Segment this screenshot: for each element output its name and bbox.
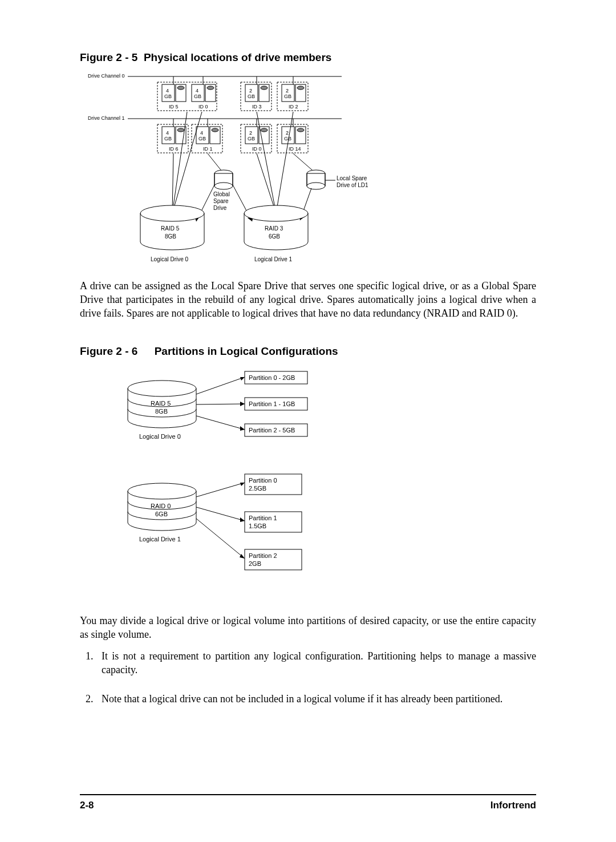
svg-text:GB: GB	[194, 94, 201, 99]
figure-2-5-image: Drive Channel 0 4GBID 5 4GBID 0 2GBID 3 …	[88, 72, 536, 273]
svg-point-41	[177, 128, 184, 132]
svg-text:1.5GB: 1.5GB	[249, 523, 266, 529]
svg-point-77	[214, 183, 233, 189]
svg-text:8GB: 8GB	[165, 233, 176, 240]
svg-line-119	[196, 377, 245, 394]
paragraph-2: You may divide a logical drive or logica…	[80, 614, 536, 642]
svg-point-20	[261, 86, 268, 90]
svg-text:GB: GB	[198, 136, 206, 141]
svg-text:ID 6: ID 6	[169, 146, 179, 152]
svg-text:2: 2	[286, 88, 289, 94]
svg-text:Partition 0 - 2GB: Partition 0 - 2GB	[249, 374, 295, 381]
logical-drive-0-cylinder: RAID 5 8GB Logical Drive 0	[140, 205, 204, 262]
svg-text:ID 0: ID 0	[252, 146, 262, 152]
svg-text:GB: GB	[248, 94, 255, 99]
svg-point-107	[128, 380, 196, 396]
svg-point-101	[244, 205, 308, 221]
svg-point-53	[261, 128, 268, 132]
svg-point-95	[140, 205, 204, 221]
svg-text:6GB: 6GB	[155, 511, 168, 517]
logical-drive-1: RAID 0 6GB Logical Drive 1	[128, 483, 196, 543]
global-spare-cylinder: Global Spare Drive	[213, 170, 233, 211]
svg-text:RAID 0: RAID 0	[151, 503, 171, 509]
svg-point-59	[297, 128, 304, 132]
svg-text:6GB: 6GB	[269, 233, 280, 240]
svg-text:Logical Drive 1: Logical Drive 1	[139, 536, 181, 543]
svg-text:ID 0: ID 0	[198, 104, 208, 110]
ordered-list: It is not a requirement to partition any…	[96, 650, 536, 706]
svg-text:Local Spare: Local Spare	[337, 175, 367, 181]
svg-text:Partition 2 - 5GB: Partition 2 - 5GB	[249, 427, 295, 434]
svg-marker-141	[240, 483, 245, 486]
channel-1-label: Drive Channel 1	[88, 115, 125, 121]
svg-text:ID 2: ID 2	[289, 104, 298, 110]
svg-point-14	[207, 86, 214, 90]
list-item: It is not a requirement to partition any…	[96, 650, 536, 677]
svg-text:RAID 5: RAID 5	[161, 225, 180, 232]
svg-text:2.5GB: 2.5GB	[249, 485, 266, 492]
svg-text:8GB: 8GB	[155, 408, 168, 415]
svg-text:RAID 5: RAID 5	[151, 400, 171, 407]
svg-text:GB: GB	[164, 94, 172, 99]
svg-text:Logical Drive 0: Logical Drive 0	[151, 256, 189, 262]
svg-text:GB: GB	[284, 136, 291, 141]
svg-text:Drive of LD1: Drive of LD1	[337, 182, 368, 188]
svg-text:2: 2	[286, 130, 289, 136]
svg-marker-143	[240, 517, 245, 522]
svg-text:4: 4	[196, 88, 198, 94]
figure-2-6-prefix: Figure 2 - 6	[80, 345, 137, 357]
svg-text:Global: Global	[213, 191, 230, 197]
svg-line-142	[196, 507, 245, 521]
figure-2-5-caption: Figure 2 - 5 Physical locations of drive…	[80, 51, 536, 64]
svg-line-123	[196, 416, 245, 430]
svg-point-125	[128, 483, 196, 499]
svg-text:Spare: Spare	[213, 198, 229, 204]
drives-channel-0: 4GBID 5 4GBID 0 2GBID 3 2GBID 2	[157, 76, 308, 111]
svg-text:Logical Drive 0: Logical Drive 0	[139, 433, 181, 440]
svg-line-67	[172, 153, 173, 213]
paragraph-1: A drive can be assigned as the Local Spa…	[80, 280, 536, 320]
figure-2-5-title: Physical locations of drive members	[144, 51, 331, 63]
list-item: Note that a logical drive can not be inc…	[96, 693, 536, 706]
svg-text:2: 2	[249, 88, 252, 94]
svg-text:Partition 0: Partition 0	[249, 477, 277, 484]
svg-point-89	[307, 183, 325, 189]
svg-text:RAID 3: RAID 3	[265, 225, 283, 232]
svg-text:GB: GB	[248, 136, 255, 141]
svg-line-144	[196, 519, 245, 558]
svg-marker-120	[240, 377, 245, 380]
logical-drive-0: RAID 5 8GB Logical Drive 0	[128, 380, 196, 440]
svg-text:ID 1: ID 1	[203, 146, 213, 152]
channel-0-label: Drive Channel 0	[88, 73, 125, 79]
svg-text:4: 4	[200, 130, 203, 136]
figure-2-5-prefix: Figure 2 - 5	[80, 51, 137, 63]
drives-channel-1: 4GBID 6 4GBID 1 2GBID 0 2GBID 14	[157, 119, 308, 153]
svg-point-47	[212, 128, 218, 132]
svg-text:ID 14: ID 14	[289, 146, 301, 152]
svg-text:Partition 1: Partition 1	[249, 515, 277, 521]
figure-2-6-caption: Figure 2 - 6 Partitions in Logical Confi…	[80, 345, 536, 358]
svg-point-8	[177, 86, 184, 90]
svg-text:Partition 2: Partition 2	[249, 552, 277, 559]
svg-text:GB: GB	[164, 136, 172, 141]
svg-marker-124	[240, 426, 245, 431]
svg-text:ID 3: ID 3	[252, 104, 262, 110]
svg-text:4: 4	[166, 130, 169, 136]
figure-2-6-title: Partitions in Logical Configurations	[155, 345, 338, 357]
svg-text:GB: GB	[284, 94, 291, 99]
svg-line-121	[196, 404, 245, 404]
figure-2-6-image: RAID 5 8GB Logical Drive 0 Partition 0 -…	[88, 366, 536, 608]
svg-text:ID 5: ID 5	[169, 104, 179, 110]
page-footer: 2-8 Infortrend	[80, 794, 536, 811]
svg-text:Logical Drive 1: Logical Drive 1	[254, 256, 293, 262]
page-number: 2-8	[80, 800, 94, 811]
svg-text:2: 2	[249, 130, 252, 136]
svg-text:Drive: Drive	[213, 205, 227, 211]
svg-line-140	[196, 483, 245, 497]
local-spare-cylinder: Local Spare Drive of LD1	[307, 170, 368, 189]
footer-brand: Infortrend	[491, 800, 536, 811]
svg-text:2GB: 2GB	[249, 560, 261, 567]
svg-text:Partition 1 - 1GB: Partition 1 - 1GB	[249, 400, 295, 407]
logical-drive-1-cylinder: RAID 3 6GB Logical Drive 1	[244, 205, 308, 262]
svg-text:4: 4	[166, 88, 169, 94]
